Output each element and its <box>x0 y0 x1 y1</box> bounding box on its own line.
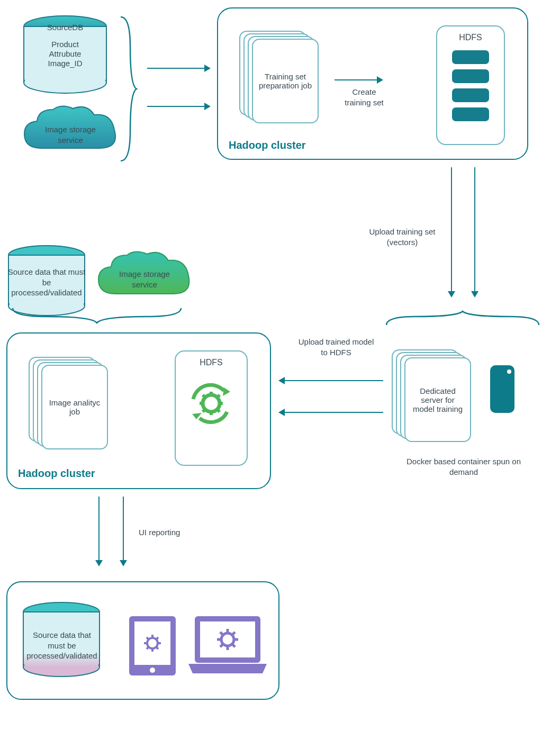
svg-rect-38 <box>200 621 255 657</box>
hdfs-box-2: HDFS <box>175 350 248 466</box>
hdfs2-title: HDFS <box>200 358 223 367</box>
horizontal-brace2-icon <box>10 306 184 325</box>
hdfs-block-icon <box>452 88 489 102</box>
svg-line-45 <box>232 644 235 647</box>
svg-point-5 <box>507 370 511 374</box>
sourcedb-title: SourceDB <box>32 22 98 33</box>
hadoop1-title: Hadoop cluster <box>229 139 306 151</box>
bottom-source-label: Source data that must be processed/valid… <box>23 630 101 661</box>
hdfs-block-icon <box>452 50 489 64</box>
svg-line-18 <box>216 409 220 412</box>
hadoop-cluster-1: Hadoop cluster Training set preparation … <box>217 7 528 160</box>
dedicated-server-stack: Dedicated server for model training <box>392 349 471 445</box>
image-storage-label: Image storage service <box>36 124 105 145</box>
svg-line-34 <box>156 647 158 649</box>
svg-line-46 <box>220 644 223 647</box>
arrow-upload-training-b <box>474 167 475 296</box>
hdfs-block-icon <box>452 107 489 121</box>
arrow-to-hadoop1-b <box>147 106 210 107</box>
arrow-ui-reporting-b <box>123 497 124 565</box>
svg-line-33 <box>147 637 149 639</box>
horizontal-brace-icon <box>383 309 542 328</box>
ui-reporting-box: Source data that must be processed/valid… <box>6 581 279 700</box>
hadoop-cluster-2: Hadoop cluster Image analityc job HDFS <box>6 332 271 489</box>
hdfs1-title: HDFS <box>459 33 482 42</box>
docker-caption: Docker based container spun on demand <box>407 456 521 477</box>
image-analytic-job-label: Image analityc job <box>41 365 108 449</box>
tablet-icon <box>127 614 178 678</box>
training-job-label: Training set preparation job <box>252 39 319 123</box>
svg-line-47 <box>232 632 235 635</box>
svg-line-19 <box>203 409 206 412</box>
svg-line-20 <box>216 395 220 398</box>
gear-cycle-icon <box>185 373 238 431</box>
hdfs-block-icon <box>452 69 489 83</box>
arrow-upload-model-a <box>279 380 383 381</box>
image-analytic-job-stack: Image analityc job <box>29 357 108 452</box>
source-data-label: Source data that must be processed/valid… <box>7 267 86 298</box>
sourcedb-line3: Image_ID <box>32 58 98 69</box>
svg-marker-10 <box>223 387 230 396</box>
dedicated-server-label: Dedicated server for model training <box>404 357 471 442</box>
svg-rect-26 <box>134 621 170 665</box>
ui-reporting-label: UI reporting <box>139 527 202 538</box>
create-training-label: Create training set <box>340 87 389 107</box>
svg-line-17 <box>203 395 206 398</box>
server-icon <box>489 363 517 415</box>
curly-brace-icon <box>118 15 138 163</box>
sourcedb-line1: Product <box>32 39 98 50</box>
svg-line-44 <box>220 632 223 635</box>
hadoop2-title: Hadoop cluster <box>18 467 95 480</box>
hdfs-box-1: HDFS <box>436 25 505 145</box>
arrow-upload-training-a <box>451 167 452 296</box>
upload-training-label: Upload training set (vectors) <box>365 227 439 247</box>
arrow-create-training-set <box>335 79 382 80</box>
arrow-to-hadoop1-a <box>147 68 210 69</box>
training-job-stack: Training set preparation job <box>239 31 319 126</box>
laptop-icon <box>185 613 270 678</box>
sourcedb-line2: Attrubute <box>32 49 98 59</box>
svg-point-27 <box>150 668 155 673</box>
upload-model-label: Upload trained model to HDFS <box>296 337 376 357</box>
svg-line-36 <box>156 637 158 639</box>
arrow-ui-reporting-a <box>98 497 100 565</box>
arrow-upload-model-b <box>279 412 383 413</box>
svg-line-35 <box>147 647 149 649</box>
image-storage2-label: Image storage service <box>110 269 179 290</box>
